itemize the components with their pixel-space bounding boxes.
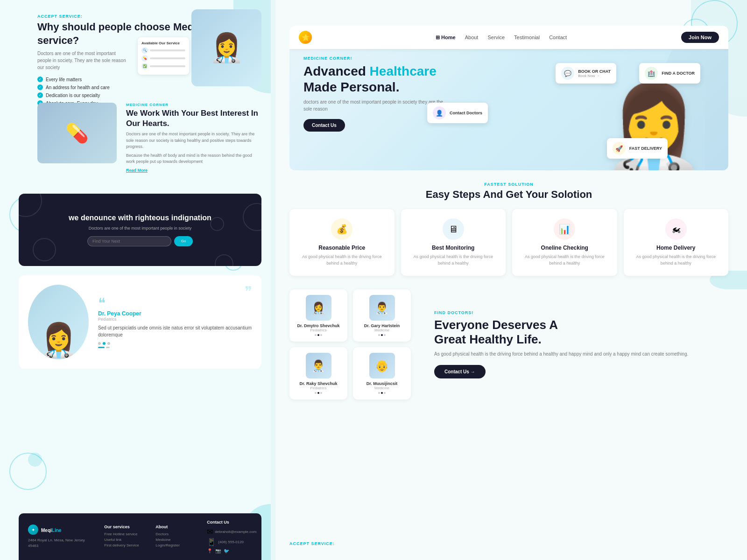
doctor-card-1: 👩‍⚕️ Dr. Dmytro Shevchuk Pediatrics [289,289,347,342]
doctor-name-1: Dr. Dmytro Shevchuk [295,323,342,328]
step-card-delivery: 🏍 Home Delivery As good physical health … [624,209,729,276]
nav-logo-icon: 🌟 [299,31,312,44]
nav-link-contact[interactable]: Contact [549,35,567,41]
float-contact-title: Contact Doctors [450,111,482,115]
step-delivery-desc: As good physical health is the driving f… [631,254,721,266]
checklist-item-3: ✓ Dedication is our specialty [37,92,261,98]
footer-brand-name: MeqiLine [41,525,61,534]
dark-deco-circle-5 [210,217,224,231]
testi-dot-1 [98,342,101,345]
footer-brand: ✦ MeqiLine 2464 Royal Ln. Mesa, New Jers… [28,525,90,549]
doctor-name-3: Dr. Raky Shevchuk [295,381,342,386]
nav-link-service[interactable]: Service [487,35,505,41]
footer-link-delivery[interactable]: First delivery Service [104,543,141,547]
footer-link-login[interactable]: Login/Register [155,543,193,547]
doctors-section: 👩‍⚕️ Dr. Dmytro Shevchuk Pediatrics 👨‍⚕️… [289,289,728,399]
dark-deco-circle-4 [215,254,233,266]
nav-logo: 🌟 [299,31,312,44]
doctor-spec-2: Medicine [359,328,405,332]
bottom-accept-label: ACCEPT SERVICE: [289,541,335,546]
mini-line-1 [150,49,185,51]
doctor-placeholder: 👩‍⚕️ [191,9,261,86]
float-card-delivery: 🚀 FAST DELIVERY [607,138,668,159]
medicine-section: 💊 MEDICINE CORNER We Work With Your Best… [37,103,261,173]
doctor-card-4: 👴 Dr. Muusijincsit Medicine [353,347,411,399]
doctor-img-1: 👩‍⚕️ [306,295,331,321]
testi-dot-2 [103,342,106,345]
checklist-text-1: Every life matters [46,77,82,82]
footer-about-col: About Doctors Medicine Login/Register [155,525,193,549]
footer-link-medicine[interactable]: Medicine [155,538,193,542]
testi-nav-dots [98,347,252,348]
doctor-spec-4: Medicine [359,386,405,390]
hero-title: Advanced Healthcare Made Personal. [303,63,453,95]
testimonial-name: Dr. Peya Cooper [98,310,252,317]
hero-contact-button[interactable]: Contact Us [303,119,345,132]
step-delivery-icon: 🏍 [665,218,687,240]
social-instagram-icon[interactable]: 📷 [215,548,221,553]
float-book-text: BOOK OR CHAT Book Now → [578,69,611,78]
hero-highlight: Healthcare [370,64,437,78]
dark-deco-circle-2 [33,238,56,261]
doctor-dots-1 [295,334,342,336]
footer-socials: 📍 📷 🐦 [207,548,252,553]
footer-link-hotline[interactable]: Free Hotline service [104,532,141,536]
nav-link-about[interactable]: About [465,35,479,41]
footer-services-title: Our services [104,525,141,529]
social-twitter-icon[interactable]: 🐦 [224,548,229,553]
footer-phone-item: 📱 (406) 555-0120 [207,538,252,546]
step-card-checking: 📊 Oneline Checking As good physical heal… [512,209,617,276]
check-dot-2: ✓ [37,84,43,90]
d4-dot-3 [384,392,386,394]
footer-contact-col: Contact Us ✉ debraholt@example.com 📱 (40… [207,520,252,553]
check-dot-3: ✓ [37,92,43,98]
find-doctors-label: FIND DOCTORS! [434,310,728,315]
social-pin-icon[interactable]: 📍 [207,548,212,553]
d4-dot-1 [378,392,380,394]
dark-deco-circle-3 [243,203,261,231]
mini-icon-1: 🔍 [141,47,148,54]
doctor-name-2: Dr. Gary Hartstein [359,323,405,328]
medicine-label: MEDICINE CORNER [126,103,261,107]
mini-line-2 [150,57,185,59]
dark-search-form: Go [87,236,193,246]
footer-logo: ✦ MeqiLine [28,525,90,535]
nav-link-home[interactable]: ⊞ Home [436,35,456,41]
float-find-title: FIND A DOCTOR [662,71,695,76]
deco-circle-6 [9,453,47,490]
doctor-img-4: 👴 [369,353,395,378]
everyone-contact-button[interactable]: Contact Us → [434,365,486,378]
service-row-1: 🔍 [141,47,185,54]
step-monitoring-icon: 🖥 [443,218,464,240]
d4-dot-2 [381,392,383,394]
doctor-dots-4 [359,392,405,394]
float-card-book: 💬 BOOK OR CHAT Book Now → [556,63,616,84]
quote-icon-right: ❞ [245,285,252,299]
d2-dot-3 [384,334,386,336]
step-monitoring-title: Best Monitoring [409,245,499,251]
step-price-icon: 💰 [331,218,352,240]
read-more-link[interactable]: Read More [126,168,261,173]
footer-about-title: About [155,525,193,529]
d1-dot-2 [317,334,319,336]
footer-link-useful[interactable]: Useful link [104,538,141,542]
step-delivery-title: Home Delivery [631,245,721,251]
hero-title-line1: Advanced [303,64,370,78]
testi-dot-3 [107,342,110,345]
dark-search-input[interactable] [87,236,171,246]
doctor-spec-1: Pediatrics [295,328,342,332]
dark-cta-section: we denounce with righteous indignation D… [19,194,261,266]
nav-link-testimonial[interactable]: Testimonial [514,35,540,41]
left-panel: ACCEPT SERVICE: Why should people choose… [0,0,271,560]
doctor-dots-2 [359,334,405,336]
quote-icon: ❝ [98,296,252,310]
checklist-text-3: Dedication is our specialty [46,93,100,98]
dark-search-button[interactable]: Go [174,236,193,246]
footer-link-doctors[interactable]: Doctors [155,532,193,536]
d1-dot-1 [315,334,317,336]
everyone-section: FIND DOCTORS! Everyone Deserves AGreat H… [420,289,728,399]
footer-email: debraholt@example.com [215,530,256,534]
testimonial-image: 👩‍⚕️ [28,285,89,359]
float-book-sub[interactable]: Book Now → [578,74,611,78]
find-doctor-icon: 🏥 [645,67,658,80]
